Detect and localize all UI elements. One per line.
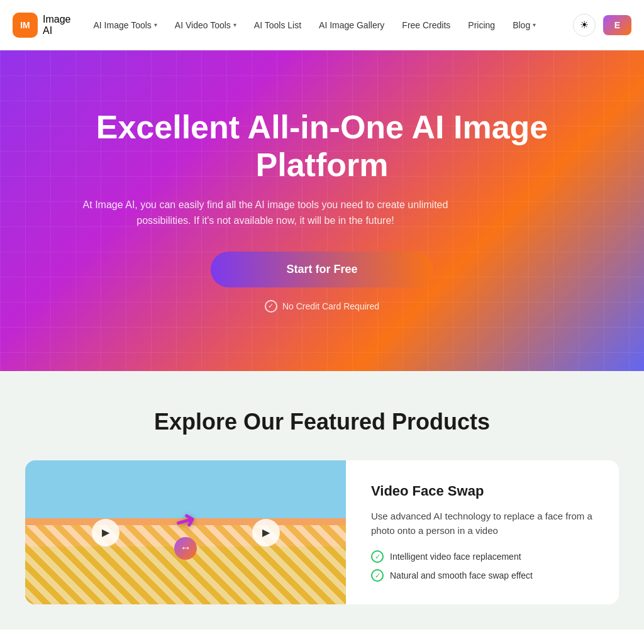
feature-check-icon-2: ✓ (371, 569, 384, 582)
signin-button[interactable]: E (603, 15, 631, 35)
theme-toggle-button[interactable]: ☀ (573, 14, 596, 36)
hero-subtitle: At Image AI, you can easily find all the… (70, 197, 460, 229)
nav-right: ☀ E (573, 14, 631, 36)
hero-title: Excellent All-in-One AI Image Platform (70, 109, 574, 184)
nav-item-ai-tools-list[interactable]: AI Tools List (247, 15, 309, 35)
beach-scene: ▶ ➜ ↔ ▶ (25, 460, 346, 604)
nav-item-blog[interactable]: Blog ▾ (505, 15, 543, 35)
featured-section: Explore Our Featured Products ▶ ➜ ↔ ▶ Vi… (0, 371, 644, 630)
nav-item-free-credits[interactable]: Free Credits (394, 15, 458, 35)
logo-text: Image AI (43, 14, 70, 36)
hero-section: Excellent All-in-One AI Image Platform A… (0, 50, 644, 371)
logo-icon: IM (13, 13, 38, 38)
play-button-right[interactable]: ▶ (252, 519, 280, 547)
product-info: Video Face Swap Use advanced AI technolo… (346, 460, 619, 604)
swap-icon: ↔ (174, 537, 197, 560)
product-name: Video Face Swap (371, 483, 594, 499)
nav-item-ai-video-tools[interactable]: AI Video Tools ▾ (167, 15, 244, 35)
logo[interactable]: IM Image AI (13, 13, 70, 38)
feature-item-2: ✓ Natural and smooth face swap effect (371, 569, 594, 582)
feature-check-icon-1: ✓ (371, 550, 384, 563)
nav-item-ai-image-gallery[interactable]: AI Image Gallery (311, 15, 392, 35)
logo-text-top: Image (43, 14, 70, 25)
chevron-down-icon: ▾ (233, 21, 236, 28)
chevron-down-icon: ▾ (533, 21, 536, 28)
featured-title: Explore Our Featured Products (25, 409, 619, 435)
arrow-icon: ➜ (171, 503, 201, 537)
check-icon: ✓ (265, 300, 277, 313)
product-card-video-face-swap: ▶ ➜ ↔ ▶ Video Face Swap Use advanced AI … (25, 460, 619, 604)
logo-text-bottom: AI (43, 25, 70, 36)
product-description: Use advanced AI technology to replace a … (371, 509, 594, 538)
no-credit-label: ✓ No Credit Card Required (70, 300, 574, 313)
nav-item-pricing[interactable]: Pricing (460, 15, 502, 35)
play-button-left[interactable]: ▶ (92, 519, 119, 547)
chevron-down-icon: ▾ (154, 21, 157, 28)
swap-arrow: ➜ ↔ (174, 506, 197, 560)
feature-list: ✓ Intelligent video face replacement ✓ N… (371, 550, 594, 582)
feature-item-1: ✓ Intelligent video face replacement (371, 550, 594, 563)
hero-content: Excellent All-in-One AI Image Platform A… (70, 109, 574, 313)
product-media: ▶ ➜ ↔ ▶ (25, 460, 346, 604)
nav-item-ai-image-tools[interactable]: AI Image Tools ▾ (86, 15, 164, 35)
navbar: IM Image AI AI Image Tools ▾ AI Video To… (0, 0, 644, 50)
nav-links: AI Image Tools ▾ AI Video Tools ▾ AI Too… (86, 15, 567, 35)
sun-icon: ☀ (580, 19, 589, 31)
start-for-free-button[interactable]: Start for Free (211, 252, 433, 287)
